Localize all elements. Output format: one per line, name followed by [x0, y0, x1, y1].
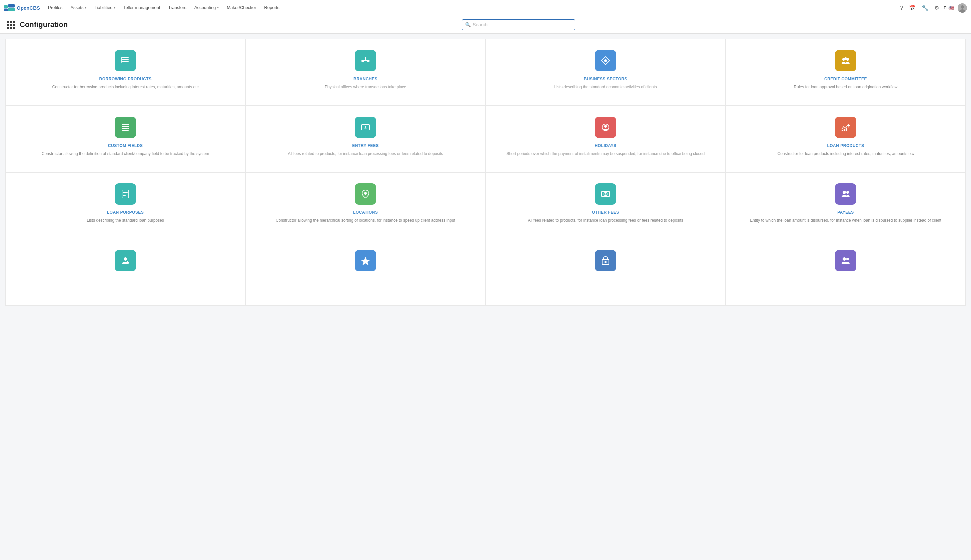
- svg-point-17: [604, 59, 607, 62]
- card-business-sectors[interactable]: BUSINESS SECTORSLists describing the sta…: [486, 39, 726, 106]
- card-borrowing-products[interactable]: BORROWING PRODUCTSConstructor for borrow…: [5, 39, 245, 106]
- other-fees-title: OTHER FEES: [592, 210, 619, 215]
- calendar-icon[interactable]: 📅: [908, 3, 917, 12]
- navbar: OpenCBS Profiles Assets ▾ Liabilities ▾ …: [0, 0, 971, 16]
- help-icon[interactable]: ?: [899, 4, 904, 12]
- branches-icon: [355, 50, 376, 71]
- credit-committee-title: CREDIT COMMITTEE: [824, 77, 867, 81]
- card-card-row4-4[interactable]: [726, 239, 966, 306]
- loan-purposes-title: LOAN PURPOSES: [107, 210, 144, 215]
- holidays-icon: [595, 117, 616, 138]
- brand-logo[interactable]: OpenCBS: [4, 4, 40, 12]
- nav-reports[interactable]: Reports: [261, 0, 283, 16]
- card-credit-committee[interactable]: CREDIT COMMITTEERules for loan approval …: [726, 39, 966, 106]
- svg-point-43: [846, 191, 849, 194]
- svg-rect-37: [123, 191, 128, 191]
- svg-rect-1: [4, 8, 8, 11]
- card-entry-fees[interactable]: $ENTRY FEESAll fees related to products,…: [245, 106, 486, 172]
- card-other-fees[interactable]: $OTHER FEESAll fees related to products,…: [486, 172, 726, 239]
- search-icon: 🔍: [465, 22, 471, 27]
- card-card-row4-2[interactable]: [245, 239, 486, 306]
- payees-desc: Entity to which the loan amount is disbu…: [750, 217, 941, 223]
- svg-rect-21: [122, 124, 129, 125]
- svg-point-50: [846, 258, 849, 260]
- language-selector[interactable]: En 🇺🇸: [944, 6, 954, 10]
- svg-point-49: [843, 257, 846, 261]
- card-holidays[interactable]: HOLIDAYSShort periods over which the pay…: [486, 106, 726, 172]
- svg-point-29: [604, 125, 607, 128]
- card-loan-products[interactable]: LOAN PRODUCTSConstructor for loan produc…: [726, 106, 966, 172]
- svg-point-44: [124, 257, 127, 261]
- nav-transfers[interactable]: Transfers: [165, 0, 189, 16]
- svg-text:$: $: [364, 126, 367, 130]
- svg-rect-11: [365, 57, 366, 59]
- brand-name: OpenCBS: [17, 5, 40, 11]
- loan-products-icon: [835, 117, 856, 138]
- borrowing-products-desc: Constructor for borrowing products inclu…: [52, 84, 199, 90]
- wrench-icon[interactable]: 🔧: [920, 3, 930, 12]
- credit-committee-icon: [835, 50, 856, 71]
- svg-rect-32: [846, 128, 847, 131]
- navbar-right: ? 📅 🔧 ⚙ En 🇺🇸: [899, 3, 967, 13]
- user-avatar[interactable]: [958, 3, 967, 13]
- svg-text:$: $: [604, 193, 606, 196]
- other-fees-icon: $: [595, 183, 616, 205]
- card-locations[interactable]: LOCATIONSConstructor allowing the hierar…: [245, 172, 486, 239]
- nav-teller[interactable]: Teller management: [120, 0, 164, 16]
- nav-liabilities[interactable]: Liabilities ▾: [91, 0, 118, 16]
- search-container: 🔍: [462, 19, 575, 30]
- svg-rect-34: [123, 192, 128, 193]
- svg-rect-24: [127, 128, 129, 129]
- card-card-row4-1[interactable]: [5, 239, 245, 306]
- nav-accounting[interactable]: Accounting ▾: [191, 0, 222, 16]
- page-header: Configuration 🔍: [0, 16, 971, 34]
- custom-fields-title: CUSTOM FIELDS: [108, 143, 143, 148]
- card-branches[interactable]: BRANCHESPhysical offices where transacti…: [245, 39, 486, 106]
- branches-desc: Physical offices where transactions take…: [325, 84, 407, 90]
- card-loan-purposes[interactable]: LOAN PURPOSESLists describing the standa…: [5, 172, 245, 239]
- chevron-down-icon: ▾: [114, 6, 115, 9]
- svg-marker-46: [361, 257, 370, 265]
- nav-assets[interactable]: Assets ▾: [67, 0, 90, 16]
- config-grid: BORROWING PRODUCTSConstructor for borrow…: [0, 34, 971, 311]
- locations-icon: [355, 183, 376, 205]
- search-input[interactable]: [462, 19, 575, 30]
- svg-rect-9: [122, 61, 129, 62]
- settings-icon[interactable]: ⚙: [933, 3, 940, 12]
- svg-rect-31: [844, 129, 845, 131]
- credit-committee-desc: Rules for loan approval based on loan or…: [794, 84, 898, 90]
- card-row4-4-icon: [835, 250, 856, 271]
- loan-purposes-icon: [115, 183, 136, 205]
- payees-title: PAYEES: [837, 210, 854, 215]
- branches-title: BRANCHES: [354, 77, 377, 81]
- business-sectors-icon: [595, 50, 616, 71]
- card-row4-3-icon: [595, 250, 616, 271]
- svg-rect-36: [123, 195, 126, 196]
- chevron-down-icon: ▾: [217, 6, 219, 9]
- loan-purposes-desc: Lists describing the standard loan purpo…: [87, 217, 164, 223]
- svg-rect-8: [122, 59, 129, 60]
- locations-title: LOCATIONS: [353, 210, 378, 215]
- custom-fields-desc: Constructor allowing the definition of s…: [42, 151, 209, 157]
- holidays-desc: Short periods over which the payment of …: [507, 151, 704, 157]
- svg-rect-35: [123, 194, 128, 194]
- chevron-down-icon: ▾: [85, 6, 86, 9]
- business-sectors-title: BUSINESS SECTORS: [584, 77, 627, 81]
- svg-rect-3: [8, 8, 15, 11]
- card-payees[interactable]: PAYEESEntity to which the loan amount is…: [726, 172, 966, 239]
- card-row4-1-icon: [115, 250, 136, 271]
- svg-rect-23: [122, 128, 127, 129]
- nav-profiles[interactable]: Profiles: [45, 0, 66, 16]
- svg-rect-2: [8, 4, 15, 7]
- svg-rect-0: [4, 5, 8, 8]
- svg-point-38: [364, 192, 367, 195]
- card-card-row4-3[interactable]: [486, 239, 726, 306]
- grid-menu-icon[interactable]: [7, 21, 15, 29]
- nav-maker-checker[interactable]: Maker/Checker: [224, 0, 259, 16]
- svg-rect-25: [122, 130, 129, 131]
- holidays-title: HOLIDAYS: [595, 143, 617, 148]
- svg-rect-7: [122, 57, 129, 58]
- entry-fees-title: ENTRY FEES: [352, 143, 379, 148]
- card-custom-fields[interactable]: CUSTOM FIELDSConstructor allowing the de…: [5, 106, 245, 172]
- svg-point-42: [843, 191, 846, 194]
